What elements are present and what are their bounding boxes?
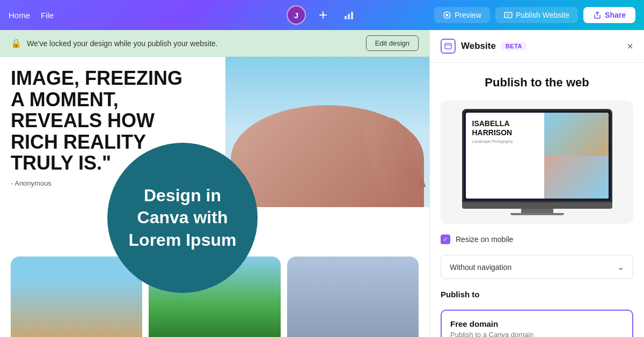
publish-to-label: Publish to — [441, 290, 633, 299]
canvas-content[interactable]: IMAGE, FREEZING A MOMENT, REVEALS HOW RI… — [0, 57, 429, 337]
laptop-subtitle: Landscape Photography — [472, 140, 538, 143]
free-domain-desc: Publish to a Canva domain — [450, 331, 624, 337]
close-button[interactable]: × — [627, 41, 633, 52]
notification-bar: 🔒 We've locked your design while you pub… — [0, 30, 429, 57]
nav-center: J — [287, 5, 357, 25]
publish-website-button[interactable]: Publish Website — [495, 7, 578, 23]
free-domain-title: Free domain — [450, 319, 624, 328]
sidebar-header: Website BETA × — [430, 30, 644, 63]
beta-badge: BETA — [501, 42, 526, 50]
main-layout: 🔒 We've locked your design while you pub… — [0, 30, 644, 337]
add-icon[interactable] — [314, 6, 332, 24]
nav-left: Home File — [9, 11, 423, 20]
dropdown-value: Without navigation — [450, 263, 511, 272]
svg-rect-3 — [348, 14, 350, 19]
laptop-preview: ISABELLA HARRISON Landscape Photography — [441, 100, 633, 224]
sidebar-title: Website — [461, 41, 496, 52]
laptop-stand — [521, 209, 553, 213]
analytics-icon[interactable] — [340, 6, 357, 24]
top-navigation: Home File J Preview — [0, 0, 644, 30]
nav-file-link[interactable]: File — [41, 11, 54, 20]
svg-rect-7 — [504, 12, 512, 18]
chevron-down-icon: ⌄ — [617, 262, 624, 272]
photo-person-image — [11, 257, 142, 337]
svg-rect-8 — [445, 43, 451, 49]
sidebar-panel: Website BETA × Publish to the web ISABEL… — [429, 30, 644, 337]
bottom-photo-camera — [287, 257, 419, 337]
laptop-screen: ISABELLA HARRISON Landscape Photography — [462, 109, 612, 202]
photo-camera-image — [287, 257, 419, 337]
navigation-dropdown[interactable]: Without navigation ⌄ — [441, 255, 633, 279]
share-button[interactable]: Share — [583, 7, 635, 23]
circle-text: Design in Canva with Lorem Ipsum — [123, 185, 241, 252]
preview-button[interactable]: Preview — [434, 7, 490, 23]
laptop-screen-inner: ISABELLA HARRISON Landscape Photography — [466, 113, 609, 199]
edit-design-button[interactable]: Edit design — [366, 35, 419, 51]
resize-checkbox[interactable]: ✓ — [441, 235, 450, 244]
circle-overlay: Design in Canva with Lorem Ipsum — [107, 143, 258, 293]
resize-label: Resize on mobile — [456, 235, 513, 244]
sidebar-header-left: Website BETA — [441, 39, 526, 54]
notification-left: 🔒 We've locked your design while you pub… — [11, 38, 218, 48]
canvas-inner: IMAGE, FREEZING A MOMENT, REVEALS HOW RI… — [0, 57, 429, 337]
photo-arms-image — [225, 57, 429, 207]
svg-point-6 — [446, 14, 449, 17]
avatar[interactable]: J — [287, 5, 306, 25]
laptop-photo-top — [544, 113, 609, 156]
laptop-base — [462, 202, 612, 209]
lock-icon: 🔒 — [11, 38, 21, 48]
laptop-frame: ISABELLA HARRISON Landscape Photography — [462, 109, 612, 215]
laptop-name-line1: ISABELLA — [472, 119, 538, 128]
bottom-photo-person — [11, 257, 142, 337]
sidebar-body: Publish to the web ISABELLA HARRISON Lan… — [430, 63, 644, 337]
laptop-name-line2: HARRISON — [472, 128, 538, 137]
resize-checkbox-row[interactable]: ✓ Resize on mobile — [441, 235, 633, 244]
laptop-content-right — [544, 113, 609, 199]
laptop-content-left: ISABELLA HARRISON Landscape Photography — [466, 113, 544, 199]
notification-text: We've locked your design while you publi… — [27, 39, 218, 48]
free-domain-card[interactable]: Free domain Publish to a Canva domain — [441, 310, 633, 337]
svg-rect-2 — [345, 16, 347, 19]
publish-title: Publish to the web — [441, 76, 633, 90]
canvas-area: 🔒 We've locked your design while you pub… — [0, 30, 429, 337]
nav-home-link[interactable]: Home — [9, 11, 30, 20]
laptop-photo-bottom — [544, 156, 609, 199]
website-icon — [441, 39, 456, 54]
checkmark-icon: ✓ — [443, 236, 448, 243]
laptop-foot — [510, 213, 564, 215]
photo-top-right — [225, 57, 429, 207]
svg-rect-4 — [351, 12, 353, 19]
nav-right: Preview Publish Website Share — [434, 7, 635, 23]
